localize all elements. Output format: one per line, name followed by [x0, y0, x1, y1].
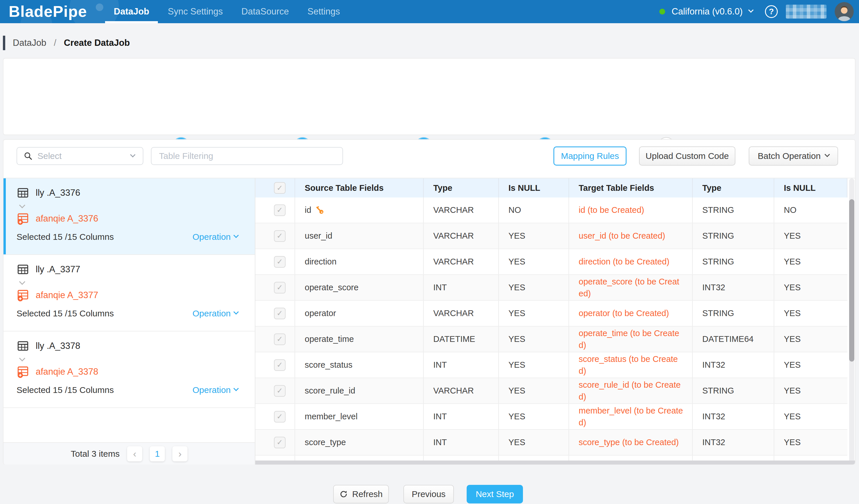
stepper-card: ✓ ✓ ✓ 4 5 DataSource Properties Tables D…: [3, 58, 856, 135]
row-checkbox[interactable]: [274, 308, 286, 319]
pagination-footer: Total 3 items ‹ 1 ›: [3, 442, 255, 464]
target-table-icon: [17, 365, 29, 378]
help-icon[interactable]: ?: [765, 5, 778, 18]
select-placeholder: Select: [37, 151, 126, 161]
operation-dropdown[interactable]: Operation: [192, 232, 238, 242]
col-header-source-fields: Source Table Fields: [295, 178, 424, 198]
source-field-nullable: YES: [499, 327, 569, 352]
target-field-nullable: NO: [774, 198, 847, 223]
username-redacted: [786, 5, 827, 18]
prev-page-button[interactable]: ‹: [127, 446, 142, 461]
avatar[interactable]: [834, 2, 854, 21]
source-field-type: VARCHAR: [424, 223, 499, 249]
row-checkbox[interactable]: [274, 385, 286, 397]
target-field-nullable: YES: [774, 249, 847, 274]
breadcrumb-current: Create DataJob: [64, 38, 130, 48]
nav-item-datajob[interactable]: DataJob: [114, 0, 149, 23]
target-field-name: operate_score (to be Created): [569, 275, 693, 300]
source-field-type: VARCHAR: [424, 301, 499, 326]
field-row: score_rule_id VARCHAR YES score_rule_id …: [255, 378, 847, 404]
collapse-chevron-icon[interactable]: [20, 280, 238, 286]
row-checkbox[interactable]: [274, 411, 286, 423]
table-list-item[interactable]: lly .A_3377 afanqie A_3377: [3, 255, 255, 331]
source-field-nullable: YES: [499, 430, 569, 455]
target-field-name: member_level (to be Created): [569, 404, 693, 429]
source-field-name: operator: [295, 301, 424, 326]
nav-item-datasource[interactable]: DataSource: [241, 0, 289, 23]
table-filter-input[interactable]: [151, 147, 343, 165]
target-field-type: STRING: [693, 198, 774, 223]
row-checkbox[interactable]: [274, 282, 286, 294]
source-field-type: VARCHAR: [424, 378, 499, 404]
chevron-down-icon: [233, 309, 239, 314]
source-table-icon: [17, 340, 29, 352]
table-header-row: Source Table Fields Type Is NULL Target …: [255, 178, 847, 198]
target-field-type: DATETIME64: [693, 327, 774, 352]
collapse-chevron-icon[interactable]: [20, 204, 238, 209]
refresh-button[interactable]: Refresh: [333, 485, 389, 503]
source-field-name: operate_score: [295, 275, 424, 300]
content-row: lly .A_3376 afanqie A_3376: [3, 178, 855, 464]
next-page-button[interactable]: ›: [172, 446, 187, 461]
row-checkbox[interactable]: [274, 204, 286, 216]
chevron-down-icon: [825, 152, 830, 157]
collapse-chevron-icon[interactable]: [20, 357, 238, 362]
target-field-type: STRING: [693, 378, 774, 404]
source-field-name: user_id: [295, 223, 424, 249]
source-field-type: DATETIME: [424, 327, 499, 352]
environment-selector[interactable]: California (v0.6.0): [672, 6, 743, 17]
nav-item-sync-settings[interactable]: Sync Settings: [168, 0, 223, 23]
chevron-down-icon[interactable]: [748, 7, 753, 13]
field-row: operator VARCHAR YES operator (to be Cre…: [255, 301, 847, 327]
target-field-nullable: YES: [774, 352, 847, 378]
operation-dropdown[interactable]: Operation: [192, 385, 238, 395]
horizontal-scrollbar[interactable]: [255, 460, 855, 464]
target-table-name: afanqie A_3378: [36, 366, 99, 377]
nav-menu: DataJob Sync Settings DataSource Setting…: [114, 0, 340, 23]
source-field-nullable: YES: [499, 404, 569, 429]
table-select-dropdown[interactable]: Select: [17, 147, 144, 165]
breadcrumb-parent[interactable]: DataJob: [13, 38, 46, 48]
vertical-scrollbar-thumb[interactable]: [849, 199, 854, 362]
target-table-name: afanqie A_3376: [36, 214, 99, 224]
upload-custom-code-button[interactable]: Upload Custom Code: [639, 146, 735, 166]
mapping-rules-button[interactable]: Mapping Rules: [554, 146, 627, 166]
page-number-button[interactable]: 1: [150, 446, 165, 461]
batch-operation-button[interactable]: Batch Operation: [749, 146, 838, 166]
select-all-checkbox[interactable]: [274, 182, 286, 194]
table-list-item[interactable]: lly .A_3378 afanqie A_3378: [3, 331, 255, 408]
nav-right: California (v0.6.0) ?: [659, 0, 854, 23]
source-field-name: direction: [295, 249, 424, 274]
source-field-type: INT: [424, 404, 499, 429]
previous-button[interactable]: Previous: [403, 485, 454, 503]
chevron-down-icon: [233, 233, 239, 238]
status-dot-icon: [659, 9, 665, 15]
target-field-type: STRING: [693, 301, 774, 326]
breadcrumb: DataJob / Create DataJob: [3, 35, 130, 50]
row-checkbox[interactable]: [274, 359, 286, 371]
chevron-down-icon: [130, 152, 135, 157]
breadcrumb-accent-bar: [3, 36, 5, 50]
refresh-icon: [339, 490, 348, 499]
row-checkbox[interactable]: [274, 230, 286, 242]
nav-item-settings[interactable]: Settings: [307, 0, 340, 23]
source-table-name: lly .A_3377: [36, 264, 80, 274]
row-checkbox[interactable]: [274, 256, 286, 268]
target-field-type: INT32: [693, 352, 774, 378]
col-header-isnull: Is NULL: [774, 178, 847, 198]
row-checkbox[interactable]: [274, 437, 286, 448]
operation-dropdown[interactable]: Operation: [192, 309, 238, 318]
source-table-name: lly .A_3378: [36, 341, 80, 351]
target-table-icon: [17, 289, 29, 302]
target-field-nullable: YES: [774, 275, 847, 300]
app-logo[interactable]: BladePipe: [9, 2, 87, 20]
source-field-name: member_level: [295, 404, 424, 429]
target-field-nullable: YES: [774, 378, 847, 404]
field-row: score_type INT YES score_type (to be Cre…: [255, 430, 847, 456]
next-step-button[interactable]: Next Step: [467, 485, 523, 503]
source-field-nullable: YES: [499, 378, 569, 404]
row-checkbox[interactable]: [274, 333, 286, 345]
target-field-name: user_id (to be Created): [569, 223, 693, 249]
source-table-icon: [17, 263, 29, 276]
table-list-item[interactable]: lly .A_3376 afanqie A_3376: [3, 178, 255, 255]
